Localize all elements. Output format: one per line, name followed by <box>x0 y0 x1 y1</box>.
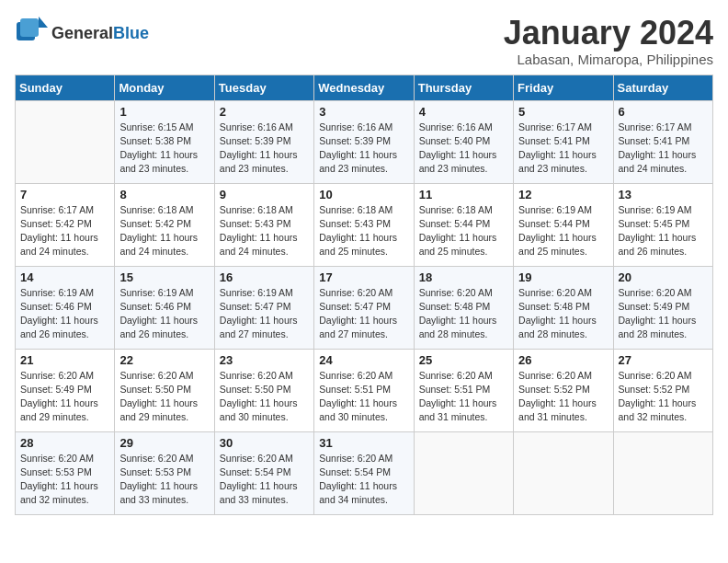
calendar-cell: 3Sunrise: 6:16 AM Sunset: 5:39 PM Daylig… <box>314 100 414 183</box>
day-number: 7 <box>20 188 109 201</box>
cell-info: Sunrise: 6:18 AM Sunset: 5:43 PM Dayligh… <box>319 203 408 259</box>
day-number: 10 <box>319 188 408 201</box>
calendar-cell: 13Sunrise: 6:19 AM Sunset: 5:45 PM Dayli… <box>613 183 712 266</box>
header-day-thursday: Thursday <box>414 75 513 100</box>
calendar-cell: 21Sunrise: 6:20 AM Sunset: 5:49 PM Dayli… <box>16 349 115 431</box>
day-number: 9 <box>220 188 309 201</box>
calendar-cell: 15Sunrise: 6:19 AM Sunset: 5:46 PM Dayli… <box>115 266 214 349</box>
cell-info: Sunrise: 6:19 AM Sunset: 5:45 PM Dayligh… <box>619 203 708 259</box>
day-number: 20 <box>619 270 708 284</box>
day-number: 12 <box>518 188 608 201</box>
logo-text-blue: Blue <box>113 24 149 43</box>
week-row-3: 14Sunrise: 6:19 AM Sunset: 5:46 PM Dayli… <box>16 266 713 349</box>
calendar-cell: 19Sunrise: 6:20 AM Sunset: 5:48 PM Dayli… <box>514 266 613 349</box>
week-row-5: 28Sunrise: 6:20 AM Sunset: 5:53 PM Dayli… <box>16 431 713 514</box>
header-day-saturday: Saturday <box>613 75 712 100</box>
calendar-cell: 8Sunrise: 6:18 AM Sunset: 5:42 PM Daylig… <box>115 183 214 266</box>
day-number: 15 <box>119 270 209 284</box>
day-number: 31 <box>319 436 408 450</box>
day-number: 28 <box>20 436 109 450</box>
week-row-4: 21Sunrise: 6:20 AM Sunset: 5:49 PM Dayli… <box>16 349 713 431</box>
calendar-cell: 2Sunrise: 6:16 AM Sunset: 5:39 PM Daylig… <box>214 100 313 183</box>
page-header: General Blue January 2024 Labasan, Mimar… <box>15 15 713 67</box>
day-number: 1 <box>119 105 209 119</box>
calendar-cell <box>613 431 712 514</box>
day-number: 3 <box>319 105 408 119</box>
calendar-cell: 11Sunrise: 6:18 AM Sunset: 5:44 PM Dayli… <box>414 183 513 266</box>
calendar-cell: 7Sunrise: 6:17 AM Sunset: 5:42 PM Daylig… <box>16 183 115 266</box>
calendar-cell: 27Sunrise: 6:20 AM Sunset: 5:52 PM Dayli… <box>613 349 712 431</box>
day-number: 26 <box>518 353 608 367</box>
cell-info: Sunrise: 6:20 AM Sunset: 5:49 PM Dayligh… <box>619 286 708 342</box>
calendar-subtitle: Labasan, Mimaropa, Philippines <box>504 52 713 67</box>
cell-info: Sunrise: 6:20 AM Sunset: 5:50 PM Dayligh… <box>220 369 309 425</box>
calendar-cell: 14Sunrise: 6:19 AM Sunset: 5:46 PM Dayli… <box>16 266 115 349</box>
cell-info: Sunrise: 6:15 AM Sunset: 5:38 PM Dayligh… <box>119 121 209 177</box>
cell-info: Sunrise: 6:16 AM Sunset: 5:39 PM Dayligh… <box>319 121 408 177</box>
cell-info: Sunrise: 6:20 AM Sunset: 5:52 PM Dayligh… <box>518 369 608 425</box>
cell-info: Sunrise: 6:20 AM Sunset: 5:52 PM Dayligh… <box>619 369 708 425</box>
cell-info: Sunrise: 6:20 AM Sunset: 5:54 PM Dayligh… <box>220 452 309 508</box>
cell-info: Sunrise: 6:20 AM Sunset: 5:53 PM Dayligh… <box>119 452 209 508</box>
cell-info: Sunrise: 6:20 AM Sunset: 5:48 PM Dayligh… <box>419 286 508 342</box>
calendar-cell: 16Sunrise: 6:19 AM Sunset: 5:47 PM Dayli… <box>214 266 313 349</box>
day-number: 4 <box>419 105 508 119</box>
calendar-header-row: SundayMondayTuesdayWednesdayThursdayFrid… <box>16 75 713 100</box>
calendar-table: SundayMondayTuesdayWednesdayThursdayFrid… <box>15 75 713 515</box>
svg-marker-2 <box>39 17 48 28</box>
calendar-cell: 10Sunrise: 6:18 AM Sunset: 5:43 PM Dayli… <box>314 183 414 266</box>
title-block: January 2024 Labasan, Mimaropa, Philippi… <box>504 15 713 67</box>
header-day-tuesday: Tuesday <box>214 75 313 100</box>
header-day-friday: Friday <box>514 75 613 100</box>
cell-info: Sunrise: 6:20 AM Sunset: 5:49 PM Dayligh… <box>20 369 109 425</box>
day-number: 19 <box>518 270 608 284</box>
day-number: 27 <box>619 353 708 367</box>
cell-info: Sunrise: 6:19 AM Sunset: 5:44 PM Dayligh… <box>518 203 608 259</box>
cell-info: Sunrise: 6:20 AM Sunset: 5:50 PM Dayligh… <box>119 369 209 425</box>
header-day-sunday: Sunday <box>16 75 115 100</box>
cell-info: Sunrise: 6:19 AM Sunset: 5:46 PM Dayligh… <box>20 286 109 342</box>
calendar-title: January 2024 <box>504 15 713 52</box>
day-number: 17 <box>319 270 408 284</box>
cell-info: Sunrise: 6:20 AM Sunset: 5:54 PM Dayligh… <box>319 452 408 508</box>
day-number: 5 <box>518 105 608 119</box>
calendar-cell: 24Sunrise: 6:20 AM Sunset: 5:51 PM Dayli… <box>314 349 414 431</box>
calendar-cell: 4Sunrise: 6:16 AM Sunset: 5:40 PM Daylig… <box>414 100 513 183</box>
calendar-cell <box>414 431 513 514</box>
calendar-cell: 1Sunrise: 6:15 AM Sunset: 5:38 PM Daylig… <box>115 100 214 183</box>
cell-info: Sunrise: 6:17 AM Sunset: 5:42 PM Dayligh… <box>20 203 109 259</box>
cell-info: Sunrise: 6:18 AM Sunset: 5:43 PM Dayligh… <box>220 203 309 259</box>
calendar-cell: 12Sunrise: 6:19 AM Sunset: 5:44 PM Dayli… <box>514 183 613 266</box>
day-number: 2 <box>220 105 309 119</box>
cell-info: Sunrise: 6:17 AM Sunset: 5:41 PM Dayligh… <box>619 121 708 177</box>
calendar-cell: 25Sunrise: 6:20 AM Sunset: 5:51 PM Dayli… <box>414 349 513 431</box>
day-number: 6 <box>619 105 708 119</box>
day-number: 30 <box>220 436 309 450</box>
calendar-cell <box>514 431 613 514</box>
day-number: 25 <box>419 353 508 367</box>
calendar-cell: 6Sunrise: 6:17 AM Sunset: 5:41 PM Daylig… <box>613 100 712 183</box>
day-number: 23 <box>220 353 309 367</box>
logo-icon <box>15 15 48 48</box>
day-number: 29 <box>119 436 209 450</box>
calendar-cell: 29Sunrise: 6:20 AM Sunset: 5:53 PM Dayli… <box>115 431 214 514</box>
day-number: 14 <box>20 270 109 284</box>
cell-info: Sunrise: 6:18 AM Sunset: 5:44 PM Dayligh… <box>419 203 508 259</box>
logo-text-general: General <box>51 24 113 43</box>
calendar-cell: 30Sunrise: 6:20 AM Sunset: 5:54 PM Dayli… <box>214 431 313 514</box>
cell-info: Sunrise: 6:20 AM Sunset: 5:51 PM Dayligh… <box>319 369 408 425</box>
calendar-cell: 18Sunrise: 6:20 AM Sunset: 5:48 PM Dayli… <box>414 266 513 349</box>
cell-info: Sunrise: 6:19 AM Sunset: 5:46 PM Dayligh… <box>119 286 209 342</box>
calendar-cell: 28Sunrise: 6:20 AM Sunset: 5:53 PM Dayli… <box>16 431 115 514</box>
cell-info: Sunrise: 6:18 AM Sunset: 5:42 PM Dayligh… <box>119 203 209 259</box>
week-row-1: 1Sunrise: 6:15 AM Sunset: 5:38 PM Daylig… <box>16 100 713 183</box>
calendar-cell: 22Sunrise: 6:20 AM Sunset: 5:50 PM Dayli… <box>115 349 214 431</box>
calendar-cell: 31Sunrise: 6:20 AM Sunset: 5:54 PM Dayli… <box>314 431 414 514</box>
cell-info: Sunrise: 6:20 AM Sunset: 5:53 PM Dayligh… <box>20 452 109 508</box>
calendar-cell: 26Sunrise: 6:20 AM Sunset: 5:52 PM Dayli… <box>514 349 613 431</box>
svg-rect-1 <box>20 18 39 37</box>
header-day-monday: Monday <box>115 75 214 100</box>
cell-info: Sunrise: 6:19 AM Sunset: 5:47 PM Dayligh… <box>220 286 309 342</box>
calendar-cell: 20Sunrise: 6:20 AM Sunset: 5:49 PM Dayli… <box>613 266 712 349</box>
day-number: 16 <box>220 270 309 284</box>
